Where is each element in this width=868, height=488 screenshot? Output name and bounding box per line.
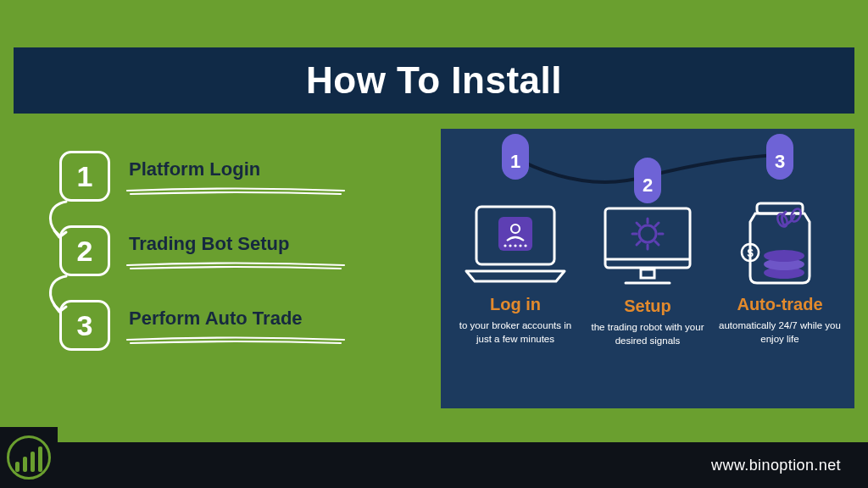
panel-col-title: Auto-trade [737,295,822,314]
laptop-login-icon [461,186,570,286]
steps-list: 1 Platform Login 2 Trading Bot Setup 3 P… [59,151,415,374]
svg-line-19 [637,241,640,245]
title-bar: How To Install [14,47,854,114]
svg-rect-10 [641,269,654,278]
svg-line-17 [637,223,640,226]
step-row-2: 2 Trading Bot Setup [59,225,415,276]
panel-col-title: Setup [624,297,671,316]
svg-point-23 [789,208,803,224]
step-number: 2 [77,235,93,268]
step-row-1: 1 Platform Login [59,151,415,202]
step-label-text: Trading Bot Setup [129,233,289,254]
arrow-down-icon [42,274,76,317]
panel-col-autotrade: 3 $ Auto-trade automatically 24/7 while … [714,137,846,396]
step-label: Perform Auto Trade [129,308,303,338]
step-number: 3 [77,309,93,342]
panel-col-setup: 2 [581,137,714,396]
panel-number: 3 [775,151,785,173]
step-label-text: Perform Auto Trade [129,308,303,329]
panel-col-desc: the trading robot with your desired sign… [585,321,710,347]
logo [0,427,58,488]
underline-icon [125,336,346,345]
panel-col-login: 1 Log in to your broker accounts in just… [449,137,581,396]
monitor-gear-icon [597,210,698,288]
panel-number-pill: 2 [634,158,661,203]
underline-icon [125,187,346,196]
svg-point-5 [514,244,516,247]
jar-coins-icon: $ [733,186,826,286]
svg-line-18 [655,223,659,226]
footer-url: www.binoption.net [711,457,841,474]
panel-number: 2 [643,175,653,197]
svg-point-7 [524,244,526,247]
logo-icon [7,435,51,480]
panel-number: 1 [510,151,520,173]
svg-point-12 [639,225,656,242]
step-label: Platform Login [129,158,260,189]
underline-icon [125,262,346,270]
arrow-down-icon [42,200,76,242]
svg-point-4 [509,244,511,247]
svg-point-3 [504,244,506,247]
svg-point-6 [519,244,521,247]
step-number-box: 1 [59,151,110,202]
page-title: How To Install [306,59,562,102]
panel-col-desc: automatically 24/7 while you enjoy life [717,319,843,346]
panel-col-desc: to your broker accounts in just a few mi… [453,319,578,346]
panel-number-pill: 3 [766,134,793,180]
step-number: 1 [77,160,93,193]
svg-text:$: $ [747,247,754,259]
footer-bar: www.binoption.net [0,442,868,488]
step-label-text: Platform Login [129,158,260,180]
illustration-panel: 1 Log in to your broker accounts in just… [441,129,854,408]
panel-number-pill: 1 [502,134,529,180]
panel-col-title: Log in [490,295,541,314]
svg-line-20 [655,241,659,245]
step-label: Trading Bot Setup [129,233,289,263]
svg-point-26 [764,250,804,262]
step-row-3: 3 Perform Auto Trade [59,300,415,351]
